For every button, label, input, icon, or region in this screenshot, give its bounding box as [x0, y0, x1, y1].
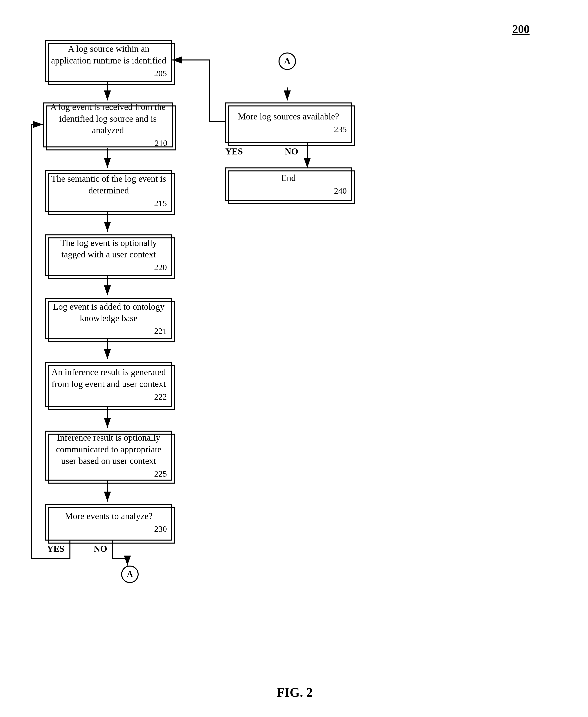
diagram-container: 200: [20, 20, 569, 707]
connector-a-bottom: A: [121, 566, 139, 583]
yes-label-235: YES: [225, 146, 243, 157]
diagram-number: 200: [512, 22, 529, 36]
no-label-235: NO: [285, 146, 298, 157]
figure-number: FIG. 2: [277, 685, 313, 700]
connector-a-top-label: A: [284, 56, 291, 66]
yes-label-230: YES: [47, 544, 64, 554]
connector-a-bottom-label: A: [127, 569, 133, 579]
connector-a-top: A: [278, 53, 296, 70]
no-label-230: NO: [94, 544, 107, 554]
